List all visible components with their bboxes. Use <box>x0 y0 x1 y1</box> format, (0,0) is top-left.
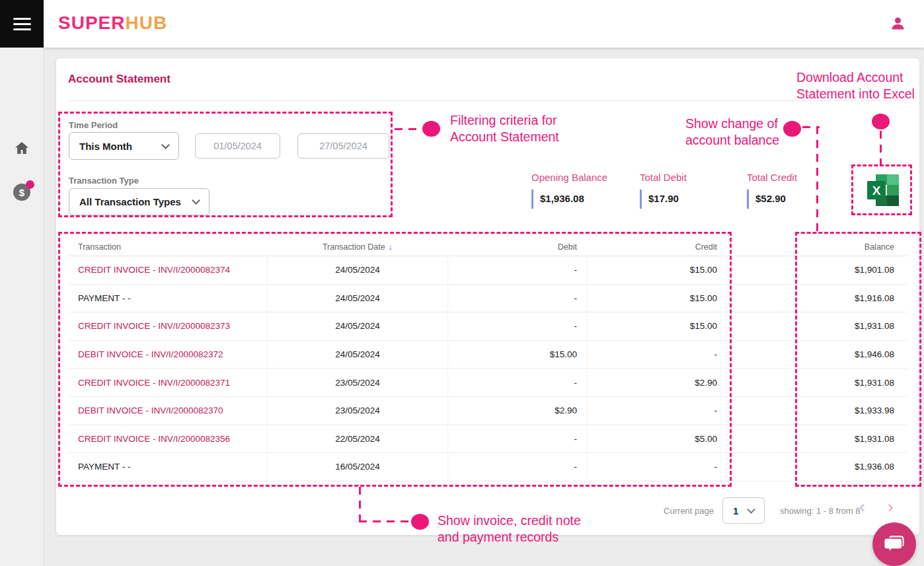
balance-cell: $1,946.08 <box>796 341 907 369</box>
balance-cell: $1,901.08 <box>796 256 907 284</box>
balance-cell: $1,931.08 <box>796 312 907 340</box>
sidebar-item-billing[interactable]: $ <box>0 184 44 201</box>
transaction-date-cell: 22/05/2024 <box>268 425 448 453</box>
transaction-cell[interactable]: CREDIT INVOICE - INV/I/2000082374 <box>68 256 268 284</box>
page-title: Account Statement <box>68 73 171 86</box>
transaction-cell[interactable]: DEBIT INVOICE - INV/I/2000082372 <box>68 341 268 369</box>
hamburger-icon <box>13 18 31 30</box>
user-icon <box>889 15 907 32</box>
gap-cell <box>727 341 796 369</box>
balance-cell: $1,931.08 <box>796 369 907 396</box>
sidebar: $ <box>0 0 44 566</box>
table-row: CREDIT INVOICE - INV/I/200008237123/05/2… <box>68 369 907 397</box>
credit-cell: $5.00 <box>587 425 727 453</box>
transaction-date-cell: 24/05/2024 <box>268 256 448 284</box>
transaction-date-cell: 16/05/2024 <box>268 453 448 481</box>
debit-cell: - <box>448 453 587 481</box>
credit-cell: $2.90 <box>587 369 727 396</box>
table-row: DEBIT INVOICE - INV/I/200008237224/05/20… <box>68 341 907 369</box>
credit-cell: $15.00 <box>587 312 727 340</box>
download-excel-button[interactable]: X <box>866 173 900 207</box>
debit-cell: $15.00 <box>448 341 587 369</box>
chevron-down-icon <box>161 141 170 149</box>
col-transaction-date[interactable]: Transaction Date↓ <box>268 238 448 256</box>
transaction-cell[interactable]: CREDIT INVOICE - INV/I/2000082356 <box>68 425 268 453</box>
gap-cell <box>727 285 796 312</box>
summary-total-debit: Total Debit $17.90 <box>640 172 687 209</box>
transaction-type-select[interactable]: All Transaction Types <box>69 188 210 215</box>
chat-icon <box>882 532 906 556</box>
table-header: Transaction Transaction Date↓ Debit Cred… <box>68 238 907 256</box>
credit-cell: - <box>587 453 727 481</box>
summary-value: $1,936.08 <box>531 190 607 209</box>
current-page-label: Current page <box>605 506 714 516</box>
svg-text:X: X <box>872 184 881 197</box>
col-transaction[interactable]: Transaction <box>68 238 268 256</box>
table-row: CREDIT INVOICE - INV/I/200008237324/05/2… <box>68 312 907 341</box>
summary-label: Opening Balance <box>531 172 607 183</box>
title-divider <box>68 100 907 101</box>
transaction-type-value: All Transaction Types <box>79 196 181 207</box>
excel-icon: X <box>866 173 900 207</box>
table-row: DEBIT INVOICE - INV/I/200008237023/05/20… <box>68 397 907 425</box>
debit-cell: - <box>448 369 587 396</box>
gap-cell <box>727 453 796 481</box>
notification-badge <box>26 180 34 189</box>
page-select[interactable]: 1 <box>722 497 765 524</box>
transaction-cell[interactable]: DEBIT INVOICE - INV/I/2000082370 <box>68 397 268 425</box>
date-to-input[interactable] <box>297 133 389 159</box>
gap-cell <box>727 256 796 284</box>
time-period-value: This Month <box>79 141 132 152</box>
col-balance[interactable]: Balance <box>796 238 907 256</box>
debit-cell: - <box>448 312 587 340</box>
col-debit[interactable]: Debit <box>448 238 587 256</box>
summary-label: Total Credit <box>747 172 797 183</box>
logo-text-super: SUPER <box>58 13 125 33</box>
top-bar: SUPERHUB <box>44 0 924 48</box>
user-account-button[interactable] <box>889 15 907 35</box>
summary-opening-balance: Opening Balance $1,936.08 <box>531 172 607 209</box>
credit-cell: $15.00 <box>587 285 727 312</box>
debit-cell: - <box>448 256 587 284</box>
transaction-date-cell: 24/05/2024 <box>268 312 448 340</box>
sidebar-item-home[interactable] <box>0 140 44 156</box>
credit-cell: - <box>587 397 727 425</box>
transaction-cell: PAYMENT - - <box>68 453 268 481</box>
balance-cell: $1,931.08 <box>796 425 907 453</box>
col-gap <box>727 238 796 256</box>
chevron-down-icon <box>747 505 755 514</box>
summary-total-credit: Total Credit $52.90 <box>747 172 797 209</box>
gap-cell <box>727 369 796 396</box>
col-credit[interactable]: Credit <box>587 238 727 256</box>
balance-cell: $1,933.98 <box>796 397 907 425</box>
next-page-button[interactable]: › <box>888 498 894 515</box>
showing-range-text: showing: 1 - 8 from 8 <box>780 506 860 516</box>
debit-cell: - <box>448 285 587 312</box>
transaction-date-cell: 24/05/2024 <box>268 285 448 312</box>
balance-cell: $1,916.08 <box>796 285 907 312</box>
chat-widget-button[interactable] <box>872 522 916 566</box>
date-from-input[interactable] <box>195 133 280 159</box>
balance-cell: $1,936.08 <box>796 453 907 481</box>
logo-text-hub: HUB <box>125 13 167 33</box>
summary-value: $52.90 <box>747 190 797 209</box>
credit-cell: - <box>587 341 727 369</box>
summary-value: $17.90 <box>640 190 687 209</box>
debit-cell: - <box>448 425 587 453</box>
dollar-icon: $ <box>13 184 30 201</box>
table-row: CREDIT INVOICE - INV/I/200008235622/05/2… <box>68 425 907 454</box>
chevron-down-icon <box>192 196 200 205</box>
transaction-cell[interactable]: CREDIT INVOICE - INV/I/2000082371 <box>68 369 268 396</box>
account-statement-page: $ SUPERHUB Account Statement Time Period… <box>0 0 924 566</box>
current-page-value: 1 <box>733 505 738 516</box>
time-period-select[interactable]: This Month <box>69 132 179 160</box>
sort-desc-icon: ↓ <box>389 242 393 252</box>
table-row: CREDIT INVOICE - INV/I/200008237424/05/2… <box>68 256 907 285</box>
prev-page-button[interactable]: ‹ <box>859 498 865 515</box>
gap-cell <box>727 425 796 453</box>
time-period-label: Time Period <box>69 120 118 130</box>
debit-cell: $2.90 <box>448 397 587 425</box>
hamburger-menu-button[interactable] <box>0 0 44 48</box>
superhub-logo[interactable]: SUPERHUB <box>58 13 167 34</box>
transaction-cell[interactable]: CREDIT INVOICE - INV/I/2000082373 <box>68 312 268 340</box>
